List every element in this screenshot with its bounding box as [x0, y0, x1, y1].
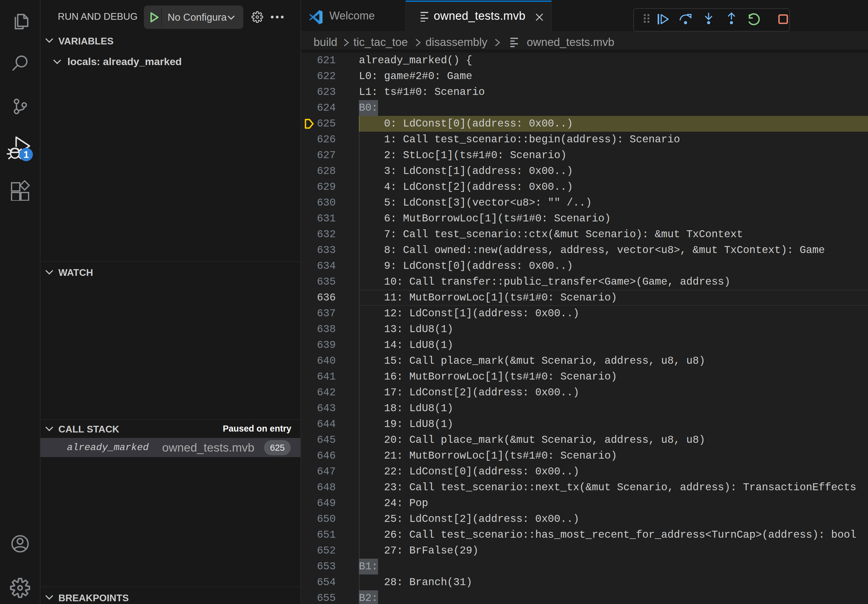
- svg-text:1: 1: [23, 149, 29, 160]
